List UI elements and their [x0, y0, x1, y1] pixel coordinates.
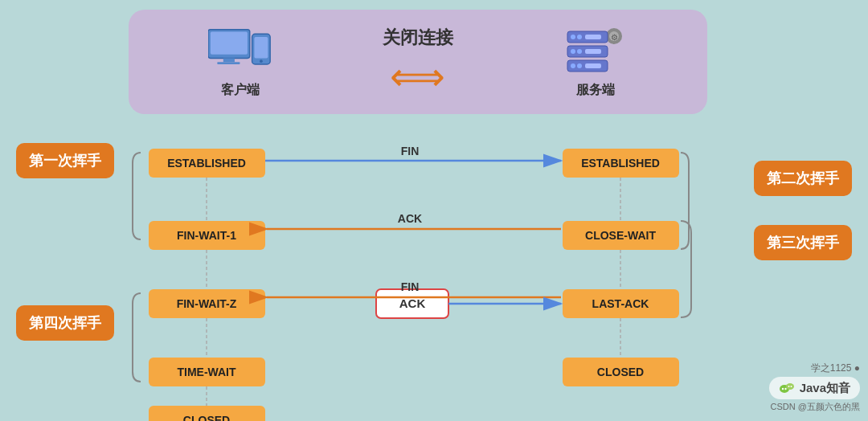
svg-rect-26: [149, 289, 265, 318]
svg-rect-30: [149, 406, 265, 421]
svg-rect-13: [585, 35, 601, 39]
svg-point-62: [784, 388, 786, 390]
svg-rect-21: [585, 63, 601, 68]
svg-rect-3: [217, 62, 240, 64]
watermark-sub: CSDN @五颜六色的黑: [771, 401, 860, 413]
svg-point-61: [781, 388, 783, 390]
client-icon: [208, 25, 272, 77]
svg-point-12: [577, 35, 582, 39]
svg-rect-28: [149, 358, 265, 386]
svg-point-11: [571, 35, 575, 39]
svg-text:FIN: FIN: [401, 280, 420, 293]
svg-rect-38: [563, 358, 679, 386]
watermark-brand: Java知音: [769, 377, 860, 399]
watermark-top: 学之1125 ●: [811, 362, 860, 375]
svg-text:FIN: FIN: [401, 145, 420, 157]
handshake2-label: 第二次挥手: [754, 161, 852, 196]
svg-rect-24: [149, 221, 265, 250]
client-box: 客户端: [208, 25, 272, 99]
svg-rect-1: [210, 32, 247, 55]
svg-rect-5: [254, 37, 268, 58]
svg-point-64: [788, 386, 789, 387]
server-box: ⚙ 服务端: [563, 25, 628, 99]
svg-text:FIN-WAIT-1: FIN-WAIT-1: [177, 229, 236, 242]
svg-text:ESTABLISHED: ESTABLISHED: [581, 157, 660, 170]
svg-rect-32: [563, 149, 679, 178]
svg-text:CLOSED: CLOSED: [183, 414, 230, 421]
brand-name: Java知音: [800, 381, 850, 396]
svg-point-16: [577, 49, 582, 54]
svg-text:CLOSE-WAIT: CLOSE-WAIT: [585, 229, 656, 242]
server-icon: ⚙: [563, 25, 628, 77]
svg-rect-34: [563, 221, 679, 250]
svg-point-20: [577, 63, 582, 68]
svg-text:⚙: ⚙: [610, 33, 617, 42]
watermark: 学之1125 ● Java知音 CSDN @五颜六色的黑: [769, 362, 860, 413]
svg-point-63: [786, 383, 794, 390]
connection-center: 关闭连接 ⟺: [383, 26, 453, 99]
svg-rect-36: [563, 289, 679, 318]
server-label: 服务端: [576, 82, 615, 99]
svg-text:TIME-WAIT: TIME-WAIT: [177, 366, 236, 378]
connection-diagram-header: 客户端 关闭连接 ⟺ ⚙: [129, 10, 707, 114]
svg-point-65: [790, 386, 792, 387]
connection-title: 关闭连接: [383, 26, 453, 50]
svg-point-15: [571, 49, 575, 54]
svg-point-19: [571, 63, 575, 68]
svg-text:ESTABLISHED: ESTABLISHED: [167, 157, 246, 170]
double-arrow-icon: ⟺: [390, 54, 445, 99]
svg-text:LAST-ACK: LAST-ACK: [592, 297, 649, 310]
svg-text:FIN-WAIT-Z: FIN-WAIT-Z: [177, 297, 237, 310]
svg-rect-22: [149, 149, 265, 178]
handshake4-label: 第四次挥手: [16, 305, 114, 341]
svg-rect-2: [223, 58, 234, 62]
handshake3-label: 第三次挥手: [754, 225, 852, 260]
svg-text:ACK: ACK: [399, 296, 426, 310]
svg-text:CLOSED: CLOSED: [597, 366, 644, 378]
svg-point-6: [260, 59, 263, 63]
diagram-svg: ESTABLISHED FIN-WAIT-1 FIN-WAIT-Z TIME-W…: [0, 125, 868, 421]
wechat-icon: [779, 380, 795, 396]
svg-rect-17: [585, 49, 601, 54]
svg-text:ACK: ACK: [398, 212, 422, 225]
client-label: 客户端: [221, 82, 260, 99]
handshake1-label: 第一次挥手: [16, 143, 114, 178]
svg-rect-40: [376, 289, 448, 318]
